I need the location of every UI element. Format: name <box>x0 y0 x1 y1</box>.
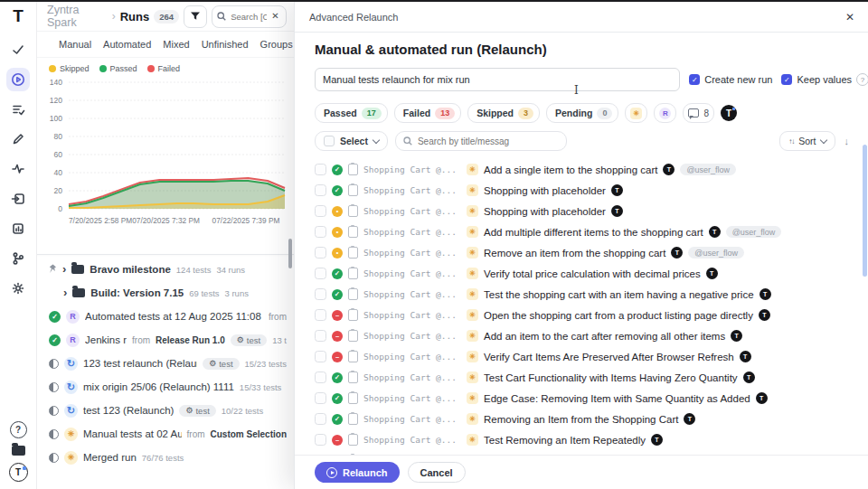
test-row[interactable]: –Shopping Cart @...✳Open the shopping ca… <box>315 305 868 325</box>
run-row[interactable]: ↻123 test relaunch (Relaunch)⚙test15/23 … <box>36 352 294 375</box>
filter-button[interactable] <box>184 5 207 28</box>
row-checkbox[interactable] <box>315 309 326 321</box>
tab-mixed[interactable]: Mixed <box>163 39 189 50</box>
keep-values-checkbox[interactable]: ✓ Keep values ? <box>781 73 868 86</box>
import-icon[interactable] <box>6 187 30 211</box>
tab-manual[interactable]: Manual <box>59 39 91 50</box>
create-new-run-checkbox[interactable]: ✓ Create new run <box>689 74 772 85</box>
clipboard-icon <box>348 205 358 217</box>
chevron-right-icon[interactable]: › <box>63 287 67 298</box>
row-checkbox[interactable] <box>315 247 326 259</box>
chip-label: Skipped <box>476 108 514 118</box>
modal-scrollbar[interactable] <box>863 145 867 277</box>
test-row[interactable]: •Shopping Cart @...✳Remove an item from … <box>315 242 868 263</box>
row-checkbox[interactable] <box>315 392 326 404</box>
assignee-avatar: T <box>706 268 718 279</box>
run-row[interactable]: ›Bravo milestone124 tests34 runs <box>36 258 294 281</box>
test-row[interactable]: ✓Shopping Cart @...✳Test the shopping ca… <box>315 284 868 305</box>
test-row[interactable]: ✓Shopping Cart @...✳Shopping with placeh… <box>315 180 868 201</box>
filter-chip-failed[interactable]: Failed13 <box>394 103 461 123</box>
run-row[interactable]: ✳Merged run76/76 tests <box>36 446 294 469</box>
breadcrumb-project[interactable]: Zyntra Spark <box>47 4 108 29</box>
test-row[interactable]: •Shopping Cart @...✳Add multiple differe… <box>315 221 868 242</box>
branch-icon[interactable] <box>6 247 30 270</box>
run-meta: 76/76 tests <box>142 453 184 463</box>
test-row[interactable]: ✓Shopping Cart @...✳Test Cart Functional… <box>315 367 868 388</box>
check-icon[interactable] <box>6 38 30 61</box>
row-checkbox[interactable] <box>315 371 326 383</box>
row-checkbox[interactable] <box>315 288 326 300</box>
tab-groups[interactable]: Groups <box>260 39 293 50</box>
app-logo[interactable]: T <box>13 7 24 25</box>
row-checkbox[interactable] <box>315 226 326 238</box>
row-checkbox[interactable] <box>315 434 326 446</box>
run-row[interactable]: ↻mix origin 25/06 (Relaunch) 111115/33 t… <box>36 375 294 399</box>
run-row[interactable]: ↻test 123 (Relaunch)⚙test10/22 tests <box>36 399 294 422</box>
test-row[interactable]: ✓Shopping Cart @...✳Verify total price c… <box>315 263 868 284</box>
test-row[interactable]: ✓Shopping Cart @...✳Add a single item to… <box>315 159 868 180</box>
activity-icon[interactable] <box>6 157 30 181</box>
row-checkbox[interactable] <box>315 268 326 279</box>
test-row[interactable]: •Shopping Cart @...✳Shopping with placeh… <box>315 201 868 221</box>
tab-automated[interactable]: Automated <box>103 39 151 50</box>
row-checkbox[interactable] <box>315 205 326 217</box>
filter-chip-comments[interactable]: 8 <box>683 103 714 123</box>
close-icon[interactable]: ✕ <box>271 12 278 21</box>
run-name-input[interactable] <box>315 68 680 91</box>
row-checkbox[interactable] <box>315 413 326 425</box>
chevron-right-icon[interactable]: › <box>62 263 66 275</box>
run-row[interactable]: ✳Manual tests at 02 Aug 2025 13:38fromCu… <box>36 422 294 446</box>
runs-count-badge: 264 <box>154 10 179 24</box>
row-checkbox[interactable] <box>315 351 326 362</box>
select-dropdown[interactable]: Select <box>315 131 388 151</box>
help-icon[interactable]: ? <box>10 421 27 438</box>
row-checkbox[interactable] <box>315 330 326 342</box>
test-suite-code: Shopping Cart @... <box>363 248 461 258</box>
runs-search-input[interactable] <box>229 11 269 23</box>
test-row[interactable]: –Shopping Cart @...✳Verify Cart Items Ar… <box>315 346 868 367</box>
test-tag: @user_flow <box>688 247 744 259</box>
row-checkbox[interactable] <box>315 164 326 175</box>
run-meta: 69 tests <box>189 288 219 298</box>
runs-search[interactable]: ✕ <box>212 5 287 28</box>
mixed-run-icon: ↻ <box>64 357 78 371</box>
folder-icon[interactable] <box>12 446 25 456</box>
test-search[interactable] <box>395 131 567 151</box>
test-row[interactable]: –Shopping Cart @...✳Add an item to the c… <box>315 325 868 346</box>
sort-button[interactable]: ↑↓ Sort <box>779 131 835 151</box>
panel-scrollbar[interactable] <box>288 239 292 268</box>
close-icon[interactable]: ✕ <box>845 11 854 24</box>
tab-unfinished[interactable]: Unfinished <box>202 39 249 50</box>
filter-chip-passed[interactable]: Passed17 <box>315 103 388 123</box>
report-icon[interactable] <box>6 217 30 240</box>
sort-direction-icon[interactable]: ↓ <box>844 136 850 146</box>
svg-text:60: 60 <box>54 150 63 159</box>
run-row[interactable]: ›Build: Version 7.1569 tests3 runs <box>36 281 294 305</box>
filter-chip-pending[interactable]: Pending0 <box>546 103 618 123</box>
checkbox-checked-icon[interactable]: ✓ <box>781 74 792 85</box>
run-row[interactable]: ✓RAutomated tests at 12 Aug 2025 11:08 (… <box>36 305 294 328</box>
svg-text:07/20/2025 7:32 PM: 07/20/2025 7:32 PM <box>132 216 200 225</box>
relaunch-button[interactable]: Relaunch <box>315 462 400 483</box>
filter-chip-skipped[interactable]: Skipped3 <box>467 103 540 123</box>
assignee-avatar: T <box>611 205 623 217</box>
legend-passed: Passed <box>99 64 137 73</box>
gear-icon[interactable] <box>6 277 30 300</box>
test-search-input[interactable] <box>416 136 555 147</box>
test-row[interactable]: –Shopping Cart @...✳Test Removing an Ite… <box>315 429 868 450</box>
test-row[interactable]: ✓Shopping Cart @...✳Edge Case: Removing … <box>315 388 868 409</box>
user-avatar[interactable]: T <box>9 463 28 482</box>
run-row[interactable]: ✓RJenkins run (Relaunch)fromRelease Run … <box>36 328 294 352</box>
test-row[interactable]: ✓Shopping Cart @...✳Removing an Item fro… <box>315 409 868 429</box>
filter-chip-manual-test-icon[interactable]: ✳ <box>625 103 647 123</box>
assignee-avatar[interactable]: T <box>721 105 737 121</box>
checkbox-checked-icon[interactable]: ✓ <box>689 74 700 85</box>
list-check-icon[interactable] <box>6 98 30 121</box>
help-icon[interactable]: ? <box>856 73 868 86</box>
row-checkbox[interactable] <box>315 184 326 196</box>
runs-play-icon[interactable] <box>6 68 30 91</box>
pencil-icon[interactable] <box>6 127 30 151</box>
cancel-button[interactable]: Cancel <box>408 462 466 483</box>
filter-chip-automated-test-icon[interactable]: R <box>654 103 676 123</box>
checkbox-empty-icon[interactable] <box>324 136 335 146</box>
